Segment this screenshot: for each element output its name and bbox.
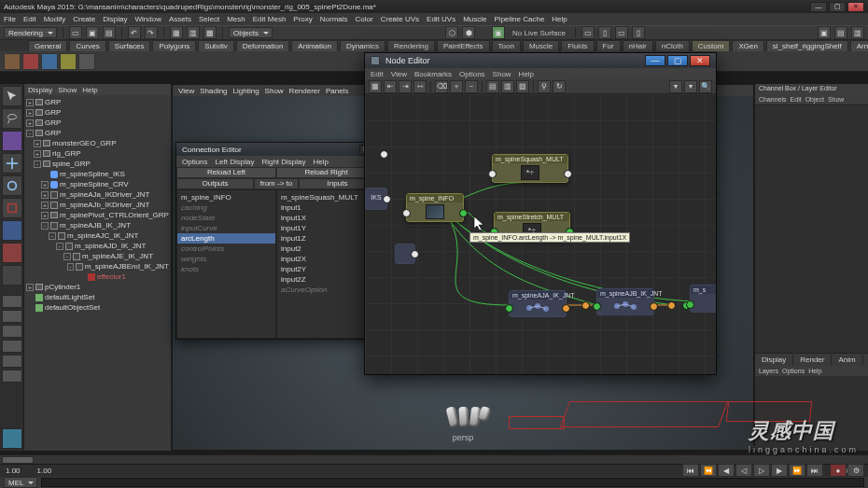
connection-editor-titlebar[interactable]: Connection Editor ✕	[176, 143, 376, 156]
expander-icon[interactable]: +	[34, 150, 41, 158]
outliner-tree[interactable]: +GRP+GRP+GRP-GRP+monsterGEO_GRP+rig_GRP-…	[24, 95, 171, 451]
graph-node[interactable]	[395, 244, 415, 264]
select-by-type-icon[interactable]: ▦	[170, 26, 183, 39]
outliner-item[interactable]: -m_spineAJD_IK_JNT	[26, 241, 169, 251]
new-scene-icon[interactable]: ▭	[69, 26, 82, 39]
rig-control[interactable]	[509, 416, 565, 429]
expander-icon[interactable]: -	[56, 243, 63, 250]
node-port[interactable]	[650, 302, 658, 311]
prefs-icon[interactable]: ⚙	[847, 464, 864, 477]
menu-item[interactable]: Edit	[23, 15, 36, 23]
expander-icon[interactable]: +	[41, 212, 49, 219]
outliner-item[interactable]: -spine_GRP	[26, 159, 169, 169]
shelf-tab[interactable]: PaintEffects	[437, 40, 490, 51]
channel-list[interactable]	[755, 105, 868, 353]
scale-tool-icon[interactable]	[2, 198, 22, 218]
node-port[interactable]	[488, 170, 497, 178]
tab[interactable]: Channels	[759, 96, 787, 103]
window-maximize-button[interactable]: ▢	[667, 55, 688, 66]
expander-icon[interactable]: +	[26, 109, 34, 117]
menu-item[interactable]: Bookmarks	[414, 70, 452, 78]
menu-item[interactable]: Show	[58, 86, 77, 94]
shelf-tab[interactable]: General	[28, 40, 67, 51]
menu-item[interactable]: Assets	[169, 15, 191, 23]
objects-selector[interactable]: Objects	[229, 27, 273, 38]
inputs-list[interactable]: m_spineSquash_MULTinput1input1Xinput1Yin…	[276, 189, 376, 339]
outliner-item[interactable]: +GRP	[26, 107, 169, 118]
graph-node[interactable]: IKS	[365, 188, 387, 210]
redo-icon[interactable]: ↷	[145, 26, 158, 39]
window-minimize-button[interactable]: —	[645, 55, 665, 66]
rig-control[interactable]	[560, 401, 728, 427]
menu-item[interactable]: Panels	[326, 87, 348, 95]
tab[interactable]: Show	[828, 96, 845, 103]
graph-node[interactable]: m_spineSquash_MULT *÷	[492, 154, 568, 183]
menu-item[interactable]: Modify	[44, 15, 66, 23]
magnet-icon[interactable]: ⬢	[462, 26, 475, 39]
menu-item[interactable]: Muscle	[463, 15, 486, 23]
undo-icon[interactable]: ↶	[128, 26, 141, 39]
attribute-row[interactable]: controlPoints	[181, 244, 272, 254]
node-port[interactable]	[402, 209, 411, 217]
layout-b-icon[interactable]	[2, 340, 22, 353]
shelf-tab[interactable]: nCloth	[655, 40, 690, 51]
tab[interactable]: Render	[793, 355, 832, 365]
direction-header[interactable]: from -> to	[254, 178, 299, 189]
filter-icon[interactable]: ▾	[669, 80, 682, 93]
expander-icon[interactable]: +	[34, 140, 41, 147]
four-pane-icon[interactable]	[2, 310, 22, 323]
layout-icon[interactable]: ▥	[501, 80, 514, 93]
layout-icon[interactable]: ▤	[486, 80, 499, 93]
menu-item[interactable]: Color	[356, 15, 373, 23]
expander-icon[interactable]: +	[41, 202, 49, 209]
reload-right-button[interactable]: Reload Right	[276, 167, 376, 178]
node-graph-canvas[interactable]: IKS m_spine_INFO m_spineSquash_MULT *÷ m…	[365, 94, 716, 374]
outliner-item[interactable]: -m_spineAJC_IK_JNT	[26, 230, 169, 241]
menu-item[interactable]: Proxy	[293, 15, 312, 23]
mode-selector[interactable]: Rendering	[4, 27, 57, 38]
node-port[interactable]	[380, 150, 388, 159]
paint-select-tool-icon[interactable]	[2, 131, 22, 151]
expander-icon[interactable]: -	[67, 263, 74, 271]
menu-item[interactable]: Edit Mesh	[253, 15, 287, 23]
shelf-button[interactable]	[78, 53, 95, 70]
step-back-icon[interactable]: ⏪	[700, 464, 717, 477]
node-editor-window[interactable]: Node Editor — ▢ ✕ Edit View Bookmarks Op…	[364, 52, 717, 375]
menu-item[interactable]: Left Display	[216, 158, 255, 166]
graph-node[interactable]: m_spineAJB_IK_JNT	[596, 288, 654, 315]
menu-item[interactable]: Edit UVs	[427, 15, 455, 23]
shelf-button[interactable]	[41, 53, 58, 70]
expander-icon[interactable]: +	[26, 99, 34, 106]
move-tool-icon[interactable]	[2, 153, 22, 174]
expander-icon[interactable]: +	[26, 284, 34, 291]
outliner-item[interactable]: effector1	[26, 272, 169, 282]
magnet-icon[interactable]: ⬡	[445, 26, 458, 39]
outliner-item[interactable]: defaultLightSet	[26, 292, 169, 302]
menu-item[interactable]: Display	[28, 86, 52, 94]
show-outputs-icon[interactable]: ⇥	[399, 80, 412, 93]
add-node-icon[interactable]: ＋	[450, 80, 463, 93]
menu-item[interactable]: View	[178, 87, 194, 95]
shelf-tab[interactable]: Polygons	[152, 40, 196, 51]
connection-editor-window[interactable]: Connection Editor ✕ Options Left Display…	[175, 142, 377, 340]
shelf-button[interactable]	[22, 53, 39, 70]
menu-item[interactable]: Options	[782, 368, 805, 374]
outliner-item[interactable]: +GRP	[26, 97, 169, 107]
expander-icon[interactable]: +	[26, 119, 34, 127]
layout-c-icon[interactable]	[2, 355, 22, 368]
window-minimize-button[interactable]: —	[810, 2, 827, 12]
node-port[interactable]	[383, 195, 391, 203]
node-port[interactable]	[411, 250, 419, 258]
menu-item[interactable]: View	[391, 70, 407, 78]
menu-item[interactable]: Options	[459, 70, 485, 78]
outliner-item[interactable]: +m_spineAJa_IKDriver_JNT	[26, 189, 169, 200]
menu-item[interactable]: Pipeline Cache	[495, 15, 545, 23]
shelf-tab[interactable]: Surfaces	[108, 40, 151, 51]
attribute-row[interactable]: weights	[181, 254, 272, 264]
shelf-tab[interactable]: Muscle	[523, 40, 559, 51]
attribute-row[interactable]: arcLength	[177, 233, 275, 244]
manip-tool-icon[interactable]	[2, 220, 22, 241]
menu-item[interactable]: Show	[265, 87, 284, 95]
graph-node[interactable]: m_spineAJA_IK_JNT	[509, 290, 567, 317]
script-language-selector[interactable]: MEL	[4, 477, 37, 488]
